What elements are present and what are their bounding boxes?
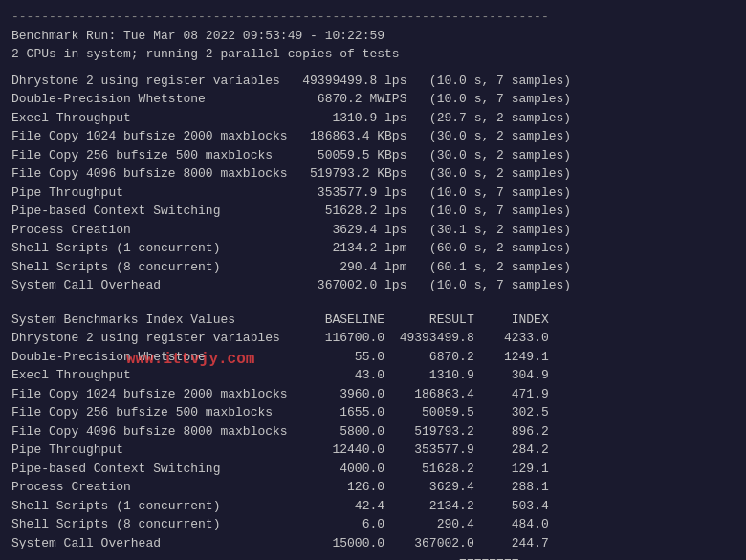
index-table: System Benchmarks Index Values BASELINE … bbox=[11, 311, 735, 561]
index-row: File Copy 1024 bufsize 2000 maxblocks 39… bbox=[11, 385, 735, 404]
index-row: Process Creation 126.0 3629.4 288.1 bbox=[11, 478, 735, 497]
benchmark-run-line: Benchmark Run: Tue Mar 08 2022 09:53:49 … bbox=[11, 27, 735, 46]
benchmark-row: System Call Overhead 367002.0 lps (10.0 … bbox=[11, 276, 735, 295]
watermark: www.ittvjy.com bbox=[126, 348, 254, 371]
index-row: Pipe Throughput 12440.0 353577.9 284.2 bbox=[11, 441, 735, 460]
benchmark-row: Process Creation 3629.4 lps (30.1 s, 2 s… bbox=[11, 221, 735, 240]
index-row: Shell Scripts (8 concurrent) 6.0 290.4 4… bbox=[11, 515, 735, 534]
benchmark-row: File Copy 256 bufsize 500 maxblocks 5005… bbox=[11, 146, 735, 165]
index-row: Double-Precision Whetstone 55.0 6870.2 1… bbox=[11, 348, 735, 367]
index-table-header: System Benchmarks Index Values BASELINE … bbox=[11, 311, 735, 330]
benchmark-row: Shell Scripts (1 concurrent) 2134.2 lpm … bbox=[11, 239, 735, 258]
terminal-output: ----------------------------------------… bbox=[11, 8, 735, 560]
separator-line: ----------------------------------------… bbox=[11, 8, 735, 27]
benchmark-row: Execl Throughput 1310.9 lps (29.7 s, 2 s… bbox=[11, 109, 735, 128]
cpu-info-line: 2 CPUs in system; running 2 parallel cop… bbox=[11, 45, 735, 64]
benchmark-row: Double-Precision Whetstone 6870.2 MWIPS … bbox=[11, 90, 735, 109]
index-row: File Copy 4096 bufsize 8000 maxblocks 58… bbox=[11, 422, 735, 442]
equals-line: ======== bbox=[11, 552, 735, 560]
index-row: System Call Overhead 15000.0 367002.0 24… bbox=[11, 534, 735, 553]
benchmark-row: File Copy 1024 bufsize 2000 maxblocks 18… bbox=[11, 127, 735, 146]
benchmark-row: Dhrystone 2 using register variables 493… bbox=[11, 72, 735, 91]
index-row: Pipe-based Context Switching 4000.0 5162… bbox=[11, 460, 735, 479]
benchmark-row: Pipe Throughput 353577.9 lps (10.0 s, 7 … bbox=[11, 183, 735, 203]
benchmark-list: Dhrystone 2 using register variables 493… bbox=[11, 72, 735, 295]
benchmark-row: Shell Scripts (8 concurrent) 290.4 lpm (… bbox=[11, 258, 735, 277]
index-row: Execl Throughput 43.0 1310.9 304.9 bbox=[11, 366, 735, 385]
index-row: Dhrystone 2 using register variables 116… bbox=[11, 329, 735, 348]
index-row: Shell Scripts (1 concurrent) 42.4 2134.2… bbox=[11, 497, 735, 516]
benchmark-row: Pipe-based Context Switching 51628.2 lps… bbox=[11, 202, 735, 221]
index-row: File Copy 256 bufsize 500 maxblocks 1655… bbox=[11, 403, 735, 422]
benchmark-row: File Copy 4096 bufsize 8000 maxblocks 51… bbox=[11, 164, 735, 183]
